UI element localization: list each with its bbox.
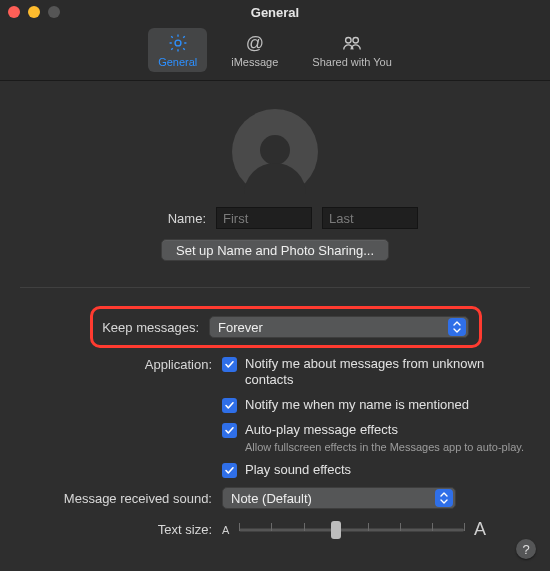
notify-unknown-label: Notify me about messages from unknown co…: [245, 356, 530, 388]
autoplay-sublabel: Allow fullscreen effects in the Messages…: [245, 441, 524, 453]
text-size-label: Text size:: [20, 522, 222, 537]
titlebar: General: [0, 0, 550, 24]
sound-label: Message received sound:: [20, 491, 222, 506]
gear-icon: [167, 32, 189, 54]
zoom-window-button[interactable]: [48, 6, 60, 18]
keep-messages-label: Keep messages:: [93, 320, 209, 335]
setup-name-photo-button[interactable]: Set up Name and Photo Sharing...: [161, 239, 389, 261]
at-icon: @: [244, 32, 266, 54]
chevron-up-down-icon: [448, 318, 466, 336]
application-label: Application:: [20, 356, 222, 372]
section-divider: [20, 287, 530, 288]
text-size-large-indicator: A: [474, 519, 486, 540]
help-button[interactable]: ?: [516, 539, 536, 559]
text-size-small-indicator: A: [222, 524, 229, 536]
name-label: Name:: [20, 211, 216, 226]
window-controls: [8, 6, 60, 18]
avatar-placeholder[interactable]: [232, 109, 318, 195]
autoplay-checkbox[interactable]: [222, 423, 237, 438]
tab-general[interactable]: General: [148, 28, 207, 72]
keep-messages-select[interactable]: Forever: [209, 316, 469, 338]
tab-shared-with-you[interactable]: Shared with You: [302, 28, 402, 72]
window-title: General: [0, 5, 550, 20]
sound-select[interactable]: Note (Default): [222, 487, 456, 509]
first-name-input[interactable]: [216, 207, 312, 229]
toolbar-tabs: General @ iMessage Shared with You: [0, 24, 550, 81]
tab-label: General: [158, 56, 197, 68]
sound-effects-checkbox[interactable]: [222, 463, 237, 478]
slider-track: [239, 528, 464, 531]
svg-point-1: [346, 38, 352, 44]
svg-point-0: [175, 40, 181, 46]
svg-point-2: [353, 38, 359, 44]
notify-mention-label: Notify me when my name is mentioned: [245, 397, 469, 413]
sound-effects-label: Play sound effects: [245, 462, 351, 478]
tab-label: iMessage: [231, 56, 278, 68]
keep-messages-value: Forever: [218, 320, 263, 335]
close-window-button[interactable]: [8, 6, 20, 18]
text-size-slider[interactable]: [239, 520, 464, 540]
chevron-up-down-icon: [435, 489, 453, 507]
notify-unknown-checkbox[interactable]: [222, 357, 237, 372]
sound-value: Note (Default): [231, 491, 312, 506]
keep-messages-highlight: Keep messages: Forever: [90, 306, 482, 348]
slider-thumb[interactable]: [331, 521, 341, 539]
people-icon: [341, 32, 363, 54]
minimize-window-button[interactable]: [28, 6, 40, 18]
last-name-input[interactable]: [322, 207, 418, 229]
notify-mention-checkbox[interactable]: [222, 398, 237, 413]
autoplay-label: Auto-play message effects: [245, 422, 524, 438]
tab-imessage[interactable]: @ iMessage: [221, 28, 288, 72]
tab-label: Shared with You: [312, 56, 392, 68]
